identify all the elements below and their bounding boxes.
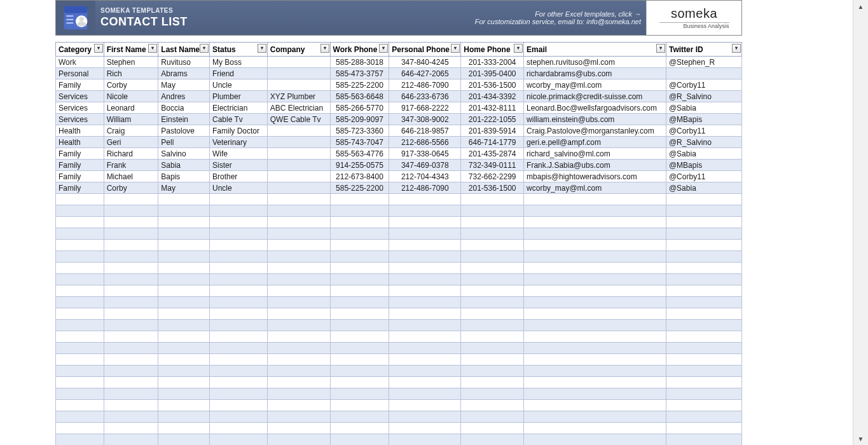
table-cell[interactable]: Health: [56, 137, 104, 148]
table-cell[interactable]: [210, 354, 268, 366]
table-cell[interactable]: 646-218-9857: [389, 125, 461, 137]
table-cell[interactable]: [104, 274, 158, 285]
table-cell[interactable]: [389, 228, 461, 240]
table-row[interactable]: [56, 228, 742, 240]
table-cell[interactable]: [330, 240, 389, 251]
table-cell[interactable]: ABC Electrician: [267, 102, 330, 114]
table-cell[interactable]: [267, 240, 330, 251]
table-cell[interactable]: [524, 377, 666, 388]
table-cell[interactable]: [56, 285, 104, 297]
table-cell[interactable]: [104, 354, 158, 366]
table-cell[interactable]: [210, 308, 268, 320]
table-cell[interactable]: @Sabia: [666, 182, 741, 194]
table-cell[interactable]: [666, 285, 741, 297]
table-cell[interactable]: [330, 366, 389, 377]
table-cell[interactable]: [158, 194, 210, 205]
table-cell[interactable]: [666, 423, 741, 434]
table-cell[interactable]: [666, 354, 741, 366]
table-cell[interactable]: Frank.J.Sabia@ubs.com: [524, 160, 666, 171]
table-cell[interactable]: 212-686-5566: [389, 137, 461, 148]
table-cell[interactable]: [56, 320, 104, 331]
table-cell[interactable]: [524, 217, 666, 228]
table-cell[interactable]: mbapis@hightoweradvisors.com: [524, 171, 666, 182]
table-cell[interactable]: [267, 182, 330, 194]
table-cell[interactable]: 347-308-9002: [389, 114, 461, 125]
table-cell[interactable]: 585-225-2200: [330, 182, 389, 194]
table-cell[interactable]: Richard: [104, 148, 158, 160]
filter-dropdown-icon[interactable]: ▾: [148, 44, 157, 53]
table-cell[interactable]: [524, 251, 666, 263]
table-cell[interactable]: [330, 423, 389, 434]
table-cell[interactable]: [461, 285, 524, 297]
table-cell[interactable]: 347-840-4245: [389, 57, 461, 68]
table-cell[interactable]: [666, 68, 741, 79]
table-cell[interactable]: [267, 377, 330, 388]
table-row[interactable]: [56, 217, 742, 228]
table-cell[interactable]: [330, 194, 389, 205]
table-row[interactable]: [56, 354, 742, 366]
table-cell[interactable]: [524, 308, 666, 320]
table-cell[interactable]: [104, 217, 158, 228]
table-cell[interactable]: [389, 434, 461, 446]
table-cell[interactable]: [330, 251, 389, 263]
table-cell[interactable]: [56, 388, 104, 400]
table-cell[interactable]: [104, 411, 158, 423]
table-cell[interactable]: [524, 411, 666, 423]
table-cell[interactable]: [104, 263, 158, 274]
table-cell[interactable]: [267, 308, 330, 320]
table-cell[interactable]: [666, 400, 741, 411]
table-cell[interactable]: [524, 354, 666, 366]
table-cell[interactable]: [210, 263, 268, 274]
table-cell[interactable]: 914-255-0575: [330, 160, 389, 171]
table-cell[interactable]: [330, 331, 389, 343]
worksheet-viewport[interactable]: SOMEKA TEMPLATES CONTACT LIST For other …: [0, 0, 853, 445]
table-cell[interactable]: [461, 434, 524, 446]
table-cell[interactable]: [158, 217, 210, 228]
table-row[interactable]: [56, 400, 742, 411]
table-row[interactable]: HealthGeriPellVeterinary585-743-7047212-…: [56, 137, 742, 148]
table-cell[interactable]: [330, 411, 389, 423]
table-cell[interactable]: [461, 194, 524, 205]
table-cell[interactable]: [461, 205, 524, 217]
table-cell[interactable]: [666, 228, 741, 240]
table-cell[interactable]: [330, 205, 389, 217]
table-cell[interactable]: [158, 411, 210, 423]
table-cell[interactable]: [666, 217, 741, 228]
table-cell[interactable]: [389, 194, 461, 205]
table-cell[interactable]: [104, 308, 158, 320]
table-cell[interactable]: [56, 354, 104, 366]
table-cell[interactable]: [389, 308, 461, 320]
table-row[interactable]: FamilyRichardSalvinoWife585-563-4776917-…: [56, 148, 742, 160]
table-cell[interactable]: [524, 297, 666, 308]
table-row[interactable]: [56, 205, 742, 217]
table-cell[interactable]: Nicole: [104, 91, 158, 102]
table-cell[interactable]: Services: [56, 91, 104, 102]
table-cell[interactable]: QWE Cable Tv: [267, 114, 330, 125]
table-cell[interactable]: wcorby_may@ml.com: [524, 79, 666, 91]
table-row[interactable]: WorkStephenRuvitusoMy Boss585-288-301834…: [56, 57, 742, 68]
table-cell[interactable]: [210, 377, 268, 388]
table-row[interactable]: PersonalRichAbramsFriend585-473-3757646-…: [56, 68, 742, 79]
table-cell[interactable]: stephen.ruvituso@ml.com: [524, 57, 666, 68]
table-cell[interactable]: Salvino: [158, 148, 210, 160]
table-row[interactable]: [56, 377, 742, 388]
table-cell[interactable]: wcorby_may@ml.com: [524, 182, 666, 194]
table-row[interactable]: [56, 251, 742, 263]
table-cell[interactable]: [104, 320, 158, 331]
scroll-up-button[interactable]: ▲: [853, 0, 868, 13]
table-cell[interactable]: Wife: [210, 148, 268, 160]
table-cell[interactable]: [210, 205, 268, 217]
column-header[interactable]: Personal Phone▾: [389, 43, 461, 57]
column-header[interactable]: Home Phone▾: [461, 43, 524, 57]
table-cell[interactable]: 201-435-2874: [461, 148, 524, 160]
table-cell[interactable]: 201-222-1055: [461, 114, 524, 125]
column-header[interactable]: First Name▾: [104, 43, 158, 57]
table-cell[interactable]: [267, 263, 330, 274]
table-row[interactable]: [56, 434, 742, 446]
table-cell[interactable]: 917-668-2222: [389, 102, 461, 114]
table-cell[interactable]: 646-714-1779: [461, 137, 524, 148]
table-cell[interactable]: [158, 331, 210, 343]
table-cell[interactable]: [210, 400, 268, 411]
table-cell[interactable]: 585-209-9097: [330, 114, 389, 125]
table-cell[interactable]: [267, 217, 330, 228]
